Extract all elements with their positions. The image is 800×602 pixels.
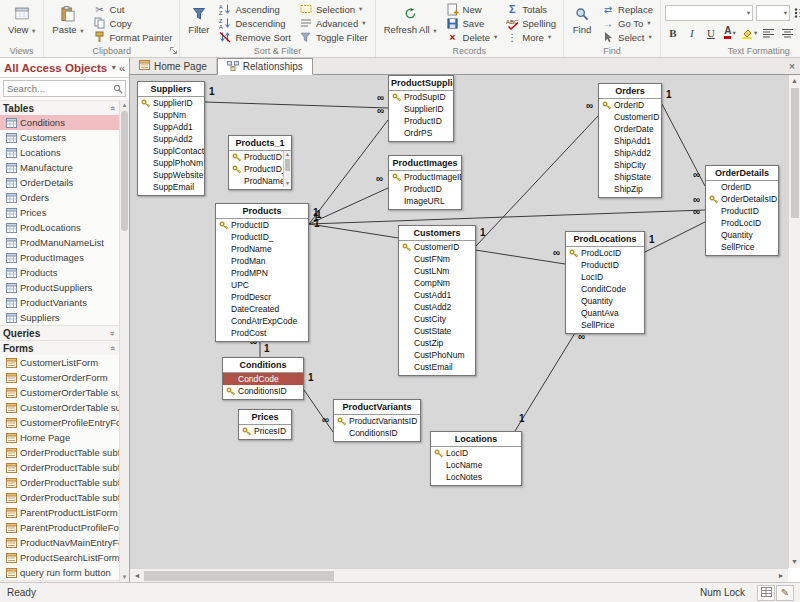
scroll-left-icon[interactable]: ◄	[130, 572, 144, 579]
field-supplierid[interactable]: SupplierID	[138, 97, 204, 109]
table-title-bar[interactable]: Prices	[239, 410, 291, 425]
relationship-table-prodlocations[interactable]: ProdLocationsProdLocIDProductIDLocIDCond…	[565, 231, 645, 334]
field-custlnm[interactable]: CustLNm	[399, 265, 475, 277]
nav-item-orderproducttable-subform1[interactable]: OrderProductTable subform1	[0, 460, 119, 475]
nav-item-productsearchlistform[interactable]: ProductSearchListForm	[0, 550, 119, 565]
table-title-bar[interactable]: OrderDetails	[706, 166, 778, 181]
field-orderid[interactable]: OrderID	[599, 99, 661, 111]
field-imageurl[interactable]: ImageURL	[389, 195, 461, 207]
shutter-bar-icon[interactable]: «	[119, 62, 125, 74]
align-center-icon[interactable]	[779, 25, 795, 40]
nav-section-tables[interactable]: Tables«	[0, 100, 119, 115]
field-custzip[interactable]: CustZip	[399, 337, 475, 349]
italic-icon[interactable]: I	[684, 25, 700, 40]
nav-menu-arrow-icon[interactable]: ▾	[112, 63, 116, 72]
field-custfnm[interactable]: CustFNm	[399, 253, 475, 265]
field-productid[interactable]: ProductID	[229, 151, 291, 163]
spelling-button[interactable]: ABCSpelling	[502, 16, 559, 30]
more-button[interactable]: ⋮More▾	[502, 30, 559, 44]
field-quantity[interactable]: Quantity	[566, 295, 644, 307]
field-quantava[interactable]: QuantAva	[566, 307, 644, 319]
scroll-up-icon[interactable]: ▲	[120, 100, 129, 110]
ascending-button[interactable]: AZAscending	[215, 2, 293, 16]
relationship-table-conditions[interactable]: ConditionsCondCodeConditionsID	[222, 357, 304, 400]
relationship-table-orders[interactable]: OrdersOrderIDCustomerIDOrderDateShipAdd1…	[598, 83, 662, 198]
nav-section-queries[interactable]: Queries«	[0, 325, 119, 340]
find-button[interactable]: Find	[568, 2, 596, 37]
field-locnotes[interactable]: LocNotes	[431, 471, 521, 483]
nav-item-parentproductprofileform[interactable]: ParentProductProfileForm	[0, 520, 119, 535]
nav-item-products[interactable]: Products	[0, 265, 119, 280]
field-sellprice[interactable]: SellPrice	[706, 241, 778, 253]
field-ordrps[interactable]: OrdrPS	[389, 127, 453, 139]
nav-item-query-run-form-button[interactable]: query run form button	[0, 565, 119, 580]
field-shipadd2[interactable]: ShipAdd2	[599, 147, 661, 159]
nav-item-prices[interactable]: Prices	[0, 205, 119, 220]
totals-button[interactable]: ΣTotals	[502, 2, 559, 16]
vscroll-thumb[interactable]	[791, 88, 799, 218]
hscroll-thumb[interactable]	[144, 571, 334, 581]
nav-item-customerordertable-subform1[interactable]: CustomerOrderTable subform1	[0, 400, 119, 415]
relationship-line[interactable]	[476, 116, 598, 246]
nav-item-locations[interactable]: Locations	[0, 145, 119, 160]
field-suppadd1[interactable]: SuppAdd1	[138, 121, 204, 133]
field-orderdate[interactable]: OrderDate	[599, 123, 661, 135]
nav-item-customers[interactable]: Customers	[0, 130, 119, 145]
field-customerid[interactable]: CustomerID	[599, 111, 661, 123]
vertical-scrollbar[interactable]: ▲ ▼	[788, 75, 800, 568]
field-supplphonm[interactable]: SupplPhoNm	[138, 157, 204, 169]
nav-item-prodmanunamelist[interactable]: ProdManuNameList	[0, 235, 119, 250]
replace-button[interactable]: ⇄Replace	[598, 2, 656, 16]
field-productid[interactable]: ProductID	[389, 183, 461, 195]
field-shipstate[interactable]: ShipState	[599, 171, 661, 183]
table-title-bar[interactable]: Locations	[431, 432, 521, 447]
field-prodname[interactable]: ProdName	[229, 175, 291, 187]
field-shipadd1[interactable]: ShipAdd1	[599, 135, 661, 147]
relationship-table-productsuppliers[interactable]: ProductSuppliersProdSupIDSupplierIDProdu…	[388, 75, 454, 142]
selection-button[interactable]: Selection▾	[296, 2, 371, 16]
relationship-table-suppliers[interactable]: SuppliersSupplierIDSuppNmSuppAdd1SuppAdd…	[137, 81, 205, 196]
dialog-launcher-icon[interactable]	[168, 46, 178, 56]
field-prodlocid[interactable]: ProdLocID	[706, 217, 778, 229]
field-prodlocid[interactable]: ProdLocID	[566, 247, 644, 259]
nav-item-productsuppliers[interactable]: ProductSuppliers	[0, 280, 119, 295]
field-prodman[interactable]: ProdMan	[216, 255, 308, 267]
field-suppwebsite[interactable]: SuppWebsite	[138, 169, 204, 181]
relationship-table-customers[interactable]: CustomersCustomerIDCustFNmCustLNmCompNmC…	[398, 225, 476, 376]
close-tab-icon[interactable]: ×	[784, 58, 800, 74]
field-productvariantsid[interactable]: ProductVariantsID	[334, 415, 420, 427]
advanced-button[interactable]: Advanced▾	[296, 16, 371, 30]
nav-item-productimages[interactable]: ProductImages	[0, 250, 119, 265]
grid-view-button[interactable]	[757, 585, 775, 601]
delete-button[interactable]: ×Delete▾	[443, 30, 501, 44]
nav-item-customerlistform[interactable]: CustomerListForm	[0, 355, 119, 370]
nav-item-customerordertable-subform[interactable]: CustomerOrderTable subform	[0, 385, 119, 400]
field-orderid[interactable]: OrderID	[706, 181, 778, 193]
field-locid[interactable]: LocID	[431, 447, 521, 459]
nav-item-productvariants[interactable]: ProductVariants	[0, 295, 119, 310]
table-scrollbar[interactable]: ▲▼	[283, 151, 291, 187]
copy-button[interactable]: Copy	[90, 16, 176, 30]
scroll-down-icon[interactable]: ▼	[789, 556, 800, 568]
nav-item-orderdetails[interactable]: OrderDetails	[0, 175, 119, 190]
relationship-line[interactable]	[304, 390, 333, 432]
field-custcity[interactable]: CustCity	[399, 313, 475, 325]
field-condcode[interactable]: CondCode	[223, 373, 303, 385]
relationships-canvas[interactable]: 1∞1∞1∞1∞1∞1∞1∞1∞1∞1∞1∞SuppliersSupplierI…	[130, 75, 788, 568]
scroll-up-icon[interactable]: ▲	[789, 75, 800, 87]
field-supplcontact[interactable]: SupplContact	[138, 145, 204, 157]
field-condatrexpcode[interactable]: CondAtrExpCode	[216, 315, 308, 327]
font-color-icon[interactable]: A▾	[722, 25, 738, 40]
relationship-table-products[interactable]: ProductsProductIDProductID_ProdNameProdM…	[215, 203, 309, 342]
field-proddescr[interactable]: ProdDescr	[216, 291, 308, 303]
table-scroll-thumb[interactable]	[285, 159, 290, 171]
field-productid[interactable]: ProductID	[566, 259, 644, 271]
new-button[interactable]: New	[443, 2, 501, 16]
format-painter-button[interactable]: Format Painter	[90, 30, 176, 44]
field-productid[interactable]: ProductID	[216, 219, 308, 231]
scroll-up-icon[interactable]: ▲	[284, 151, 291, 158]
field-custstate[interactable]: CustState	[399, 325, 475, 337]
bullets-icon[interactable]	[793, 6, 800, 21]
highlight-icon[interactable]: ▾	[741, 25, 757, 40]
relationship-line[interactable]	[205, 102, 388, 108]
